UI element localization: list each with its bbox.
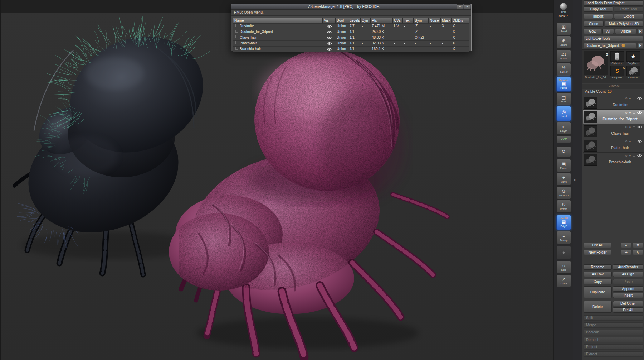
make-polymesh3d-button[interactable]: Make PolyMesh3D — [605, 21, 643, 27]
zoom3d-button[interactable]: ⊚Zoom3D — [556, 186, 571, 199]
sculpt-icon[interactable]: ⊙ — [625, 97, 628, 100]
duplicate-button[interactable]: Duplicate — [584, 286, 612, 298]
move-down-button[interactable]: ▼ — [633, 243, 643, 248]
load-tools-button[interactable]: Load Tools From Project — [584, 0, 643, 6]
tool-r-button[interactable]: R — [638, 43, 643, 48]
folder-branch-button[interactable]: ↳ — [633, 250, 643, 255]
import-button[interactable]: Import — [584, 14, 613, 19]
current-tool-thumbnail[interactable] — [584, 51, 608, 75]
uv-icon[interactable]: ▭ — [633, 140, 635, 143]
table-row[interactable]: Branchia-hair Union 1/1 - 160.1 K - - - … — [233, 46, 469, 52]
subtool-row-claws-hair[interactable]: ⊙ ● ▭ Claws-hair — [583, 124, 644, 138]
col-mask-header[interactable]: Mask — [441, 18, 452, 23]
polymesh-tool-thumbnail[interactable]: ★ — [626, 51, 640, 62]
subtool-eye-icon[interactable] — [637, 125, 642, 129]
split-button[interactable]: Split — [584, 315, 643, 321]
copy-button[interactable]: Copy — [584, 279, 612, 284]
col-tex-header[interactable]: Tex — [403, 18, 414, 23]
folder-redo-button[interactable]: ↪ — [621, 250, 631, 255]
subtool-thumbnail[interactable] — [584, 97, 597, 109]
actual-button[interactable]: 1:1Actual — [556, 49, 571, 62]
subtool-row-branchia-hair[interactable]: ⊙ ● ▭ Branchia-hair — [583, 153, 644, 167]
subtool-eye-icon[interactable] — [637, 97, 642, 100]
minimize-button[interactable]: – — [457, 4, 463, 9]
rotate-button[interactable]: ↻Rotate — [556, 200, 571, 213]
subtool-thumbnail[interactable] — [584, 125, 597, 137]
autoreorder-button[interactable]: AutoReorder — [613, 264, 643, 270]
scroll-button[interactable]: ⊞Scroll — [556, 22, 571, 35]
polypaint-icon[interactable]: ● — [629, 140, 631, 143]
del-other-button[interactable]: Del Other — [613, 301, 643, 306]
table-row[interactable]: Plates-hair Union 1/1 - 32.03 K - - - - … — [233, 40, 469, 46]
viewport-canvas[interactable] — [0, 13, 553, 360]
goz-r-button[interactable]: R — [638, 29, 643, 34]
persp-button[interactable]: Dynamic▦Persp — [556, 77, 571, 92]
uv-icon[interactable]: ▭ — [633, 154, 635, 158]
uv-icon[interactable]: ▭ — [633, 111, 635, 115]
window-titlebar[interactable]: ZSceneManager 1.8 [PRO] - by EXOSIDE. – … — [231, 4, 471, 10]
project-button[interactable]: Project — [584, 344, 643, 350]
subtool-thumbnail[interactable] — [584, 111, 597, 123]
goz-button[interactable]: GoZ — [584, 29, 601, 34]
append-button[interactable]: Append — [613, 286, 643, 292]
insert-button[interactable]: Insert — [613, 293, 643, 298]
xyz-button[interactable]: XYZ — [556, 135, 571, 143]
vis-eye-icon[interactable] — [327, 36, 332, 39]
extract-button[interactable]: Extract — [584, 351, 643, 357]
sculpt-icon[interactable]: ⊙ — [625, 111, 628, 115]
del-all-button[interactable]: Del All — [613, 307, 643, 313]
subtool-row-dustmite[interactable]: ⊙ ● ▭ Dustmite — [583, 95, 644, 110]
polypaint-icon[interactable]: ● — [629, 97, 631, 100]
boolean-button[interactable]: Boolean — [584, 330, 643, 335]
subtool-thumbnail[interactable] — [584, 154, 597, 166]
active-tool-button[interactable]: Dustmite_for_3dprint. 48 — [584, 43, 636, 48]
uv-icon[interactable]: ▭ — [633, 97, 635, 100]
new-folder-button[interactable]: New Folder — [584, 250, 611, 255]
goz-all-button[interactable]: All — [602, 29, 614, 34]
subtool-eye-icon[interactable] — [637, 154, 642, 157]
ghost-button[interactable]: ● — [556, 246, 571, 259]
table-row[interactable]: Dustmite_for_3dprint Union 1/1 - 250.0 K… — [233, 29, 469, 35]
simplebrush-tool-thumbnail[interactable]: S — [610, 66, 624, 76]
polypaint-icon[interactable]: ● — [629, 125, 631, 129]
solo-button[interactable]: ○Solo — [556, 261, 571, 274]
polypaint-icon[interactable]: ● — [629, 111, 631, 115]
col-dbldis-header[interactable]: DblDis — [452, 18, 469, 23]
col-pts-header[interactable]: Pts — [371, 18, 393, 23]
list-all-button[interactable]: List All — [584, 243, 611, 248]
subtool-eye-icon[interactable] — [637, 140, 642, 143]
subtool-row-dustmite-for-3dprint[interactable]: ⊙ ● ▭ Dustmite_for_3dprint — [583, 110, 644, 124]
frame-button[interactable]: ▣Frame — [556, 159, 571, 172]
sculpt-icon[interactable]: ⊙ — [625, 154, 628, 158]
col-uvs-header[interactable]: UVs — [393, 18, 403, 23]
export-button[interactable]: Export — [614, 14, 643, 19]
xpose-button[interactable]: ↗Xpose — [556, 274, 571, 287]
paste-tool-button[interactable]: Paste Tool — [614, 6, 643, 12]
all-low-button[interactable]: All Low — [584, 272, 612, 277]
lsym-button[interactable]: ◐L.Sym — [556, 122, 571, 135]
bpr-button[interactable]: BPR — [556, 2, 570, 14]
lightbox-tools-button[interactable]: Lightbox▶Tools — [584, 36, 643, 41]
remesh-button[interactable]: Remesh — [584, 337, 643, 342]
tray-collapse-icon[interactable]: ◂ — [574, 178, 575, 182]
merge-button[interactable]: Merge — [584, 322, 643, 328]
aahalf-button[interactable]: ½AAHalf — [556, 63, 571, 76]
vis-eye-icon[interactable] — [327, 42, 332, 45]
polyf-button[interactable]: Line Fill▦PolyF — [556, 215, 571, 230]
rename-button[interactable]: Rename — [584, 264, 612, 270]
vis-eye-icon[interactable] — [327, 30, 332, 34]
local-button[interactable]: ◎Local — [556, 106, 571, 121]
col-bool-header[interactable]: Bool — [336, 18, 348, 23]
floor-button[interactable]: ▤Floor — [556, 92, 571, 105]
vis-eye-icon[interactable] — [327, 48, 332, 51]
col-levels-header[interactable]: Levels — [348, 18, 361, 23]
cylinder-tool-thumbnail[interactable] — [610, 51, 624, 62]
table-row[interactable]: Claws-hair Union 1/1 - 48.03 K - - Off(Z… — [233, 35, 469, 40]
vis-eye-icon[interactable] — [327, 25, 332, 28]
col-dyn-header[interactable]: Dyn — [361, 18, 371, 23]
subtool-eye-icon[interactable] — [637, 111, 642, 114]
sculpt-icon[interactable]: ⊙ — [625, 125, 628, 129]
move-up-button[interactable]: ▲ — [621, 243, 631, 248]
dustmite-tool-thumbnail[interactable] — [626, 66, 640, 76]
delete-button[interactable]: Delete — [584, 301, 612, 313]
